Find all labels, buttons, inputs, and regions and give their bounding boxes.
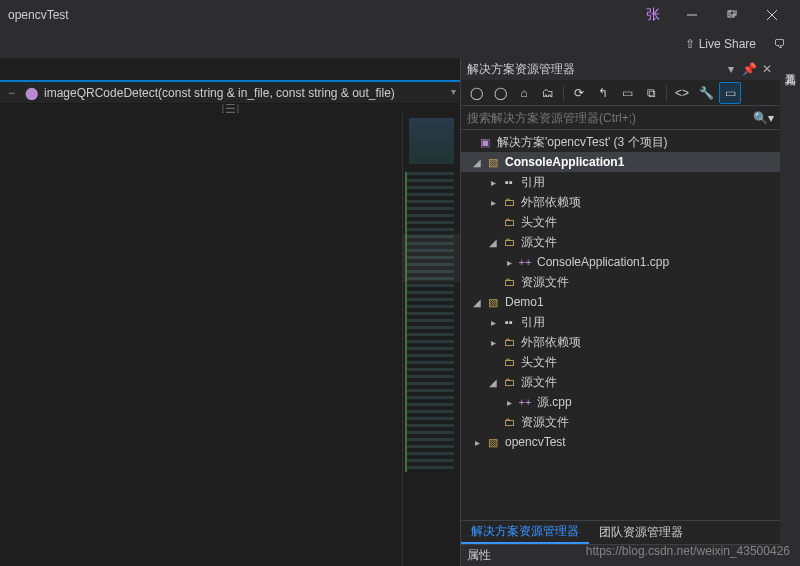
solution-node[interactable]: ▸▣解决方案'opencvTest' (3 个项目) [461, 132, 780, 152]
tree-node-file[interactable]: ▸++ConsoleApplication1.cpp [461, 252, 780, 272]
code-view-button[interactable]: <> [671, 82, 693, 104]
project-node[interactable]: ◢▧ConsoleApplication1 [461, 152, 780, 172]
close-button[interactable] [752, 0, 792, 30]
project-icon: ▧ [485, 154, 501, 170]
tree-node-headers[interactable]: ▸🗀头文件 [461, 352, 780, 372]
close-icon[interactable]: ✕ [760, 62, 774, 76]
show-all-button[interactable]: ▭ [616, 82, 638, 104]
tree-node-sources[interactable]: ◢🗀源文件 [461, 372, 780, 392]
pin-icon[interactable]: 📌 [742, 62, 756, 76]
breadcrumb-text: imageQRCodeDetect(const string & in_file… [44, 86, 395, 100]
project-icon: ▧ [485, 434, 501, 450]
panel-tab-strip: 解决方案资源管理器 团队资源管理器 [461, 520, 780, 544]
references-icon: ▪▪ [501, 174, 517, 190]
breadcrumb-collapse-icon: − [8, 86, 15, 100]
minimap-block [409, 118, 454, 164]
project-node[interactable]: ▸▧opencvTest [461, 432, 780, 452]
back-button[interactable]: ◯ [465, 82, 487, 104]
tree-node-extdeps[interactable]: ▸🗀外部依赖项 [461, 192, 780, 212]
project-node[interactable]: ◢▧Demo1 [461, 292, 780, 312]
tree-node-references[interactable]: ▸▪▪引用 [461, 312, 780, 332]
svg-rect-0 [728, 11, 734, 17]
minimap-viewport[interactable] [403, 234, 460, 282]
solution-explorer-panel: 解决方案资源管理器 ▾ 📌 ✕ ◯ ◯ ⌂ 🗂 ⟳ ↰ ▭ ⧉ <> 🔧 ▭ 🔍… [460, 58, 780, 566]
references-icon: ▪▪ [501, 314, 517, 330]
solution-search-row: 🔍▾ [461, 106, 780, 130]
chevron-down-icon[interactable]: ▾ [451, 86, 456, 97]
maximize-button[interactable] [712, 0, 752, 30]
live-share-button[interactable]: ⇧ Live Share [685, 37, 756, 51]
tree-node-resources[interactable]: ▸🗀资源文件 [461, 272, 780, 292]
project-icon: ▧ [485, 294, 501, 310]
collapse-button[interactable]: ↰ [592, 82, 614, 104]
folder-icon: 🗀 [501, 194, 517, 210]
feedback-icon[interactable]: 🗨 [768, 29, 792, 59]
properties-title: 属性 [467, 547, 491, 564]
refresh-button[interactable]: ⟳ [568, 82, 590, 104]
panel-menu-icon[interactable]: ▾ [724, 62, 738, 76]
window-title: opencvTest [8, 8, 69, 22]
breadcrumb-bar[interactable]: − ⬤ imageQRCodeDetect(const string & in_… [0, 80, 460, 104]
folder-icon: 🗀 [501, 274, 517, 290]
panel-title: 解决方案资源管理器 [467, 61, 575, 78]
titlebar: opencvTest 张 [0, 0, 800, 30]
tab-solution-explorer[interactable]: 解决方案资源管理器 [461, 521, 589, 544]
tree-node-resources[interactable]: ▸🗀资源文件 [461, 412, 780, 432]
panel-header[interactable]: 解决方案资源管理器 ▾ 📌 ✕ [461, 58, 780, 80]
split-handle[interactable]: ⁞☰⁞ [0, 104, 460, 114]
folder-icon: 🗀 [501, 234, 517, 250]
toolbox-tab[interactable]: 工具箱 [783, 62, 798, 70]
top-toolbar: ⇧ Live Share 🗨 [0, 30, 800, 58]
search-icon[interactable]: 🔍▾ [753, 111, 774, 125]
properties-panel-header[interactable]: 属性 [461, 544, 780, 566]
cpp-file-icon: ++ [517, 394, 533, 410]
solution-icon: ▣ [477, 134, 493, 150]
tree-node-file[interactable]: ▸++源.cpp [461, 392, 780, 412]
forward-button[interactable]: ◯ [489, 82, 511, 104]
tree-node-extdeps[interactable]: ▸🗀外部依赖项 [461, 332, 780, 352]
folder-icon: 🗀 [501, 334, 517, 350]
tree-node-references[interactable]: ▸▪▪引用 [461, 172, 780, 192]
preview-button[interactable]: ▭ [719, 82, 741, 104]
solution-toolbar: ◯ ◯ ⌂ 🗂 ⟳ ↰ ▭ ⧉ <> 🔧 ▭ [461, 80, 780, 106]
solution-tree[interactable]: ▸▣解决方案'opencvTest' (3 个项目) ◢▧ConsoleAppl… [461, 130, 780, 520]
live-share-label: Live Share [699, 37, 756, 51]
minimize-button[interactable] [672, 0, 712, 30]
folder-icon: 🗀 [501, 414, 517, 430]
solution-search-input[interactable] [467, 111, 749, 125]
code-editor[interactable]: ransform); g& out_file); [0, 114, 402, 566]
copy-button[interactable]: ⧉ [640, 82, 662, 104]
properties-button[interactable]: 🔧 [695, 82, 717, 104]
folder-icon: 🗀 [501, 354, 517, 370]
folder-icon: 🗀 [501, 374, 517, 390]
right-rail: 工具箱 [780, 58, 800, 566]
switch-views-button[interactable]: 🗂 [537, 82, 559, 104]
minimap[interactable] [402, 114, 460, 566]
tab-team-explorer[interactable]: 团队资源管理器 [589, 521, 693, 544]
breadcrumb-method-icon: ⬤ [25, 86, 38, 100]
home-button[interactable]: ⌂ [513, 82, 535, 104]
share-icon: ⇧ [685, 37, 695, 51]
tree-node-sources[interactable]: ◢🗀源文件 [461, 232, 780, 252]
folder-icon: 🗀 [501, 214, 517, 230]
user-badge[interactable]: 张 [646, 6, 660, 24]
cpp-file-icon: ++ [517, 254, 533, 270]
minimap-block [405, 172, 454, 472]
editor-area: − ⬤ imageQRCodeDetect(const string & in_… [0, 58, 460, 566]
tree-node-headers[interactable]: ▸🗀头文件 [461, 212, 780, 232]
